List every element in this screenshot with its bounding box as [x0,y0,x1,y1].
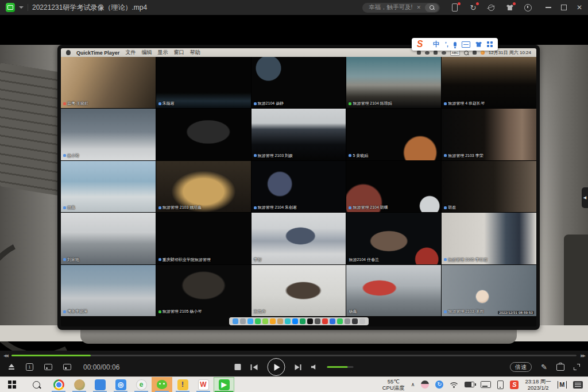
restore-button[interactable] [561,5,567,10]
wifi-icon[interactable] [450,382,458,388]
participant-tile[interactable]: 考务李晓琳 [61,265,156,316]
taskbar-app-wps[interactable]: W [193,377,214,392]
participant-tile[interactable]: 5 黄晓娟 [346,109,441,160]
participant-tile[interactable]: 旅游管理 2104 胡蝶 [346,161,441,212]
sync-tray-icon[interactable]: ↻ [435,381,443,389]
taskbar-clock[interactable]: 23:18 周一 2023/1/2 [525,378,551,391]
participant-tile[interactable]: 旅游2104 任春兰 [346,213,441,264]
taskbar-app-app-files[interactable] [90,377,110,392]
ime-toolbox-icon[interactable] [487,41,493,47]
taskbar-search-button[interactable] [24,377,48,392]
ime-keyboard-icon[interactable] [462,41,470,48]
player-logo-icon[interactable] [6,3,15,12]
qq-tray-icon[interactable] [421,381,429,389]
participant-tile[interactable]: 旅游管理 4 班赵长琴 [442,57,536,108]
stop-button[interactable] [235,364,241,370]
spotlight-icon[interactable] [464,51,469,55]
participant-tile[interactable]: 旅游管理 2105 李红霞 [442,213,536,264]
tray-overflow-chevron[interactable]: ∧ [411,382,415,387]
history-button[interactable] [524,3,532,11]
menu-item[interactable]: 帮助 [189,49,200,56]
sogou-tray-icon[interactable]: S [510,381,519,389]
chevron-down-icon[interactable] [19,6,24,9]
previous-button[interactable] [251,364,258,370]
status-icon[interactable] [442,51,446,55]
dock-app-icon[interactable] [255,318,261,324]
participant-tile[interactable]: 刘家艳 [61,213,156,264]
taskbar-app-app-globe[interactable] [69,377,90,392]
dock-app-icon[interactable] [270,318,276,324]
close-button[interactable]: ✕ [577,4,582,11]
participant-tile[interactable]: 监考-王晓虹 [61,57,156,108]
menu-item[interactable]: 编辑 [141,49,152,56]
input-source-badge[interactable]: ABC [450,50,459,56]
search-clear-icon[interactable]: ✕ [416,5,421,10]
menu-item[interactable]: 文件 [125,49,136,56]
taskbar-app-app-dict[interactable]: ! [172,377,193,392]
gif-capture-button[interactable] [63,364,71,370]
dock-app-icon[interactable] [315,318,320,324]
dock-app-icon[interactable] [247,318,253,324]
playback-speed-button[interactable]: 倍速 [510,362,532,372]
refresh-button[interactable]: ↻ [469,3,477,11]
dock-app-icon[interactable] [292,318,298,324]
dock-app-icon[interactable] [345,318,350,324]
dock-app-icon[interactable] [330,318,335,324]
dock-app-icon[interactable] [233,318,238,324]
dock-app-icon[interactable] [300,318,305,324]
video-canvas[interactable]: QuickTime Player 文件编辑显示窗口帮助 ABC 12月31日 周… [0,15,588,351]
status-icon[interactable] [434,51,438,55]
taskbar-app-video-player[interactable]: ▶ [214,377,234,392]
start-button[interactable] [0,377,24,392]
action-center-icon[interactable] [573,381,583,389]
search-box[interactable]: 幸福，触手可及! ✕ [362,3,440,13]
participant-tile[interactable]: 姚鑫 [61,161,156,212]
participant-tile[interactable]: 旅游管理 2104 朱创君 [252,161,346,212]
device-icon[interactable] [497,381,504,389]
fullscreen-button[interactable] [574,364,580,370]
screenshot-button[interactable] [44,364,52,370]
sogou-logo-icon[interactable]: S [412,38,428,51]
skin-button[interactable] [506,3,514,11]
search-text[interactable]: 幸福，触手可及! [369,3,412,11]
ime-indicator[interactable]: M [558,381,567,389]
status-icon[interactable] [425,51,430,55]
taskbar-app-chrome[interactable] [48,377,69,392]
dock-app-icon[interactable] [322,318,328,324]
browser-dot-icon[interactable] [481,51,485,55]
participant-tile[interactable] [156,109,251,160]
control-center-icon[interactable] [473,51,477,55]
dock-app-icon[interactable] [359,318,365,324]
ime-punctuation-icon[interactable]: ’, [445,41,448,48]
participant-tile[interactable]: 旅游管理 2105 杨小琴 [156,265,251,316]
ime-mic-icon[interactable] [454,42,457,47]
participant-tile[interactable]: 王元丹 [252,265,346,316]
play-button[interactable] [267,358,285,376]
progress-bar[interactable] [11,355,577,356]
participant-tile[interactable]: 杨鑫 [346,265,441,316]
participant-tile[interactable]: 杨小玲 [61,109,156,160]
participant-tile[interactable]: 李智 [252,213,346,264]
seek-back-icon[interactable]: ◀◀ [3,353,7,358]
taskbar-app-app-e-browser[interactable]: e [131,377,152,392]
volume-icon[interactable] [311,364,318,370]
participant-tile[interactable]: 重庆财经职业学院旅游管理 [156,213,251,264]
accessory-button[interactable] [488,3,496,11]
participant-tile[interactable]: 旅游管理 2104 陈琼娟 [346,57,441,108]
snapshot-button[interactable] [556,364,564,371]
dock-app-icon[interactable] [352,318,358,324]
annotate-button[interactable]: ✎ [541,363,547,371]
next-button[interactable] [295,364,301,370]
taskbar-app-wechat[interactable] [152,377,172,392]
search-button[interactable] [425,3,439,12]
ime-skin-icon[interactable] [475,42,482,47]
macos-dock[interactable] [229,317,369,325]
playlist-button[interactable]: 1 [26,363,33,371]
minimize-button[interactable] [546,7,551,8]
participant-tile[interactable]: 旅游管理 2103 姚培鑫 [156,161,251,212]
touch-keyboard-icon[interactable] [481,381,491,388]
dock-app-icon[interactable] [337,318,343,324]
dock-app-icon[interactable] [285,318,291,324]
participant-tile[interactable]: 朱能君 [156,57,251,108]
open-file-button[interactable] [8,364,15,370]
